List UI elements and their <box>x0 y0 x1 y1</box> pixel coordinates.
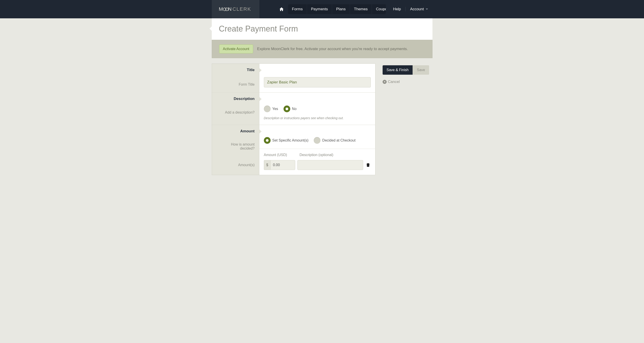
section-title-heading: Title <box>216 68 255 72</box>
description-helper: Description or instructions payers see w… <box>264 116 371 120</box>
nav-account[interactable]: Account <box>406 7 432 12</box>
form-panel: Title Form Title Description Add a descr… <box>212 64 376 175</box>
close-icon: ✕ <box>382 80 386 84</box>
form-title-input[interactable] <box>264 77 371 88</box>
amount-decided-label: How is amount decided? <box>216 142 255 150</box>
section-amount-heading: Amount <box>216 129 255 134</box>
description-column-header: Description (optional) <box>300 153 371 157</box>
amount-specific-radio[interactable]: Set Specific Amount(s) <box>264 137 308 144</box>
page-title: Create Payment Form <box>219 24 425 34</box>
section-title: Title Form Title <box>212 64 375 92</box>
amount-checkout-radio[interactable]: Decided at Checkout <box>314 137 356 144</box>
currency-symbol: $ <box>264 160 270 170</box>
cancel-link[interactable]: ✕ Cancel <box>382 80 432 84</box>
radio-icon <box>264 137 270 144</box>
description-yes-radio[interactable]: Yes <box>264 106 278 112</box>
radio-icon <box>314 137 320 144</box>
radio-label: No <box>292 107 296 111</box>
section-description: Description Add a description? Yes No <box>212 92 375 125</box>
form-title-label: Form Title <box>216 82 255 86</box>
logo[interactable]: MNCLERK <box>212 0 260 18</box>
top-nav: MNCLERK Forms Payments Plans Themes Coup… <box>0 0 644 18</box>
nav-plans[interactable]: Plans <box>332 4 350 14</box>
activation-bar: Activate Account Explore MoonClerk for f… <box>212 40 432 58</box>
side-actions: Save & Finish Save ✕ Cancel <box>382 64 432 84</box>
amount-description-input[interactable] <box>298 160 363 170</box>
nav-payments[interactable]: Payments <box>307 4 332 14</box>
save-button[interactable]: Save <box>412 65 429 75</box>
section-amount: Amount How is amount decided? Amount(s) … <box>212 125 375 175</box>
save-finish-button[interactable]: Save & Finish <box>382 65 413 75</box>
nav-themes[interactable]: Themes <box>350 4 372 14</box>
radio-label: Decided at Checkout <box>322 138 356 142</box>
radio-label: Set Specific Amount(s) <box>272 138 308 142</box>
description-no-radio[interactable]: No <box>284 106 296 112</box>
add-description-label: Add a description? <box>216 110 255 114</box>
section-description-heading: Description <box>216 96 255 101</box>
chevron-down-icon <box>426 8 428 10</box>
radio-icon <box>284 106 290 112</box>
nav-account-label: Account <box>410 7 424 12</box>
trash-icon[interactable] <box>366 163 371 167</box>
activation-text: Explore MoonClerk for free. Activate you… <box>257 47 408 51</box>
amount-row: $ <box>264 160 371 170</box>
nav-help[interactable]: Help <box>389 7 406 12</box>
amount-column-header: Amount (USD) <box>264 153 295 157</box>
radio-label: Yes <box>272 107 278 111</box>
home-icon[interactable] <box>275 7 288 12</box>
nav-forms[interactable]: Forms <box>288 4 307 14</box>
amount-input[interactable] <box>270 160 295 170</box>
page-header: Create Payment Form <box>212 18 432 40</box>
radio-icon <box>264 106 270 112</box>
nav-coupons[interactable]: Coupons <box>372 4 386 14</box>
cancel-label: Cancel <box>388 80 400 84</box>
activate-account-button[interactable]: Activate Account <box>219 44 253 54</box>
nav-tabs: Forms Payments Plans Themes Coupons <box>288 4 386 14</box>
amounts-label: Amount(s) <box>216 163 255 167</box>
